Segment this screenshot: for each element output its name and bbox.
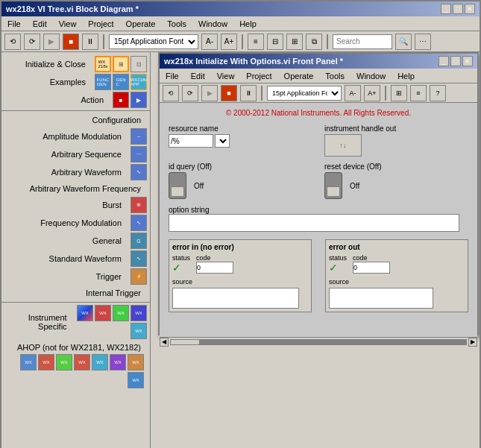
float-close[interactable]: ✕ <box>462 56 473 66</box>
icon-ahop-4[interactable]: WX <box>74 354 90 370</box>
hscroll-left[interactable]: ◀ <box>160 338 169 347</box>
toolbar-pause[interactable]: ⏸ <box>82 34 98 50</box>
toolbar-stop[interactable]: ■ <box>63 34 79 50</box>
resource-name-dropdown[interactable] <box>215 134 230 148</box>
toolbar-font-size-down[interactable]: A- <box>201 34 218 50</box>
icon-ahop-6[interactable]: WX <box>110 354 126 370</box>
icon-freq-mod[interactable]: ∿ <box>131 215 147 231</box>
toolbar-distribute[interactable]: ⊟ <box>267 34 283 50</box>
toolbar-run[interactable]: ▶ <box>43 34 60 50</box>
float-tb-4[interactable]: A+ <box>364 85 380 101</box>
sidebar-item-int-trigger[interactable]: Internal Trigger <box>80 286 147 300</box>
menu-tools[interactable]: Tools <box>164 19 189 29</box>
error-out-code-input[interactable] <box>353 262 390 274</box>
sidebar-item-arb-seq[interactable]: Arbitrary Sequence <box>45 148 128 161</box>
float-font-select[interactable]: 15pt Application Font <box>267 86 342 101</box>
icon-instrument-1[interactable]: WX <box>77 305 93 321</box>
icon-initialize-1[interactable]: WX218x <box>95 56 111 72</box>
icon-ahop-8[interactable]: WX <box>128 372 144 388</box>
menu-project[interactable]: Project <box>85 19 116 29</box>
icon-action-2[interactable]: ▶ <box>131 92 147 108</box>
icon-instrument-4[interactable]: WX <box>131 305 147 321</box>
icon-initialize-3[interactable]: ⊡ <box>131 56 147 72</box>
float-menu-window[interactable]: Window <box>353 71 389 81</box>
sidebar-item-arb-freq[interactable]: Arbitrary Waveform Frequency <box>24 182 147 195</box>
error-out-source-area[interactable] <box>329 288 433 309</box>
menu-view[interactable]: View <box>56 19 80 29</box>
sidebar-item-ahop[interactable]: AHOP (not for WX2181, WX2182) <box>11 341 147 354</box>
sidebar-item-instrument[interactable]: Instrument Specific <box>4 311 73 333</box>
icon-std-wave[interactable]: ∿ <box>131 250 147 267</box>
float-minimize[interactable]: _ <box>438 56 449 66</box>
sidebar-item-burst[interactable]: Burst <box>96 198 128 212</box>
float-tb-5[interactable]: ⊞ <box>391 85 407 101</box>
sidebar-item-general[interactable]: General <box>87 234 128 247</box>
float-menu-edit[interactable]: Edit <box>188 71 208 81</box>
toolbar-resize[interactable]: ⊞ <box>286 34 303 50</box>
float-tb-stop[interactable]: ■ <box>221 85 237 101</box>
toolbar-btn-1[interactable]: ⟲ <box>4 34 21 50</box>
menu-window[interactable]: Window <box>195 19 230 29</box>
float-menu-help[interactable]: Help <box>394 71 418 81</box>
icon-instrument-3[interactable]: WX <box>113 305 129 321</box>
sidebar-item-initialize[interactable]: Initialize & Close <box>19 57 92 71</box>
sidebar-item-freq-mod[interactable]: Frequency Modulation <box>34 216 128 230</box>
float-menu-operate[interactable]: Operate <box>281 71 317 81</box>
icon-examples-1[interactable]: FUNCGEN <box>95 74 111 90</box>
sidebar-item-configuration[interactable]: Configuration <box>87 113 147 127</box>
icon-ahop-2[interactable]: WX <box>38 354 54 370</box>
icon-burst[interactable]: ⊕ <box>131 197 147 213</box>
float-tb-1[interactable]: ⟲ <box>163 85 179 101</box>
menu-operate[interactable]: Operate <box>123 19 159 29</box>
float-maximize[interactable]: □ <box>450 56 461 66</box>
icon-general[interactable]: G <box>131 233 147 249</box>
toolbar-extra[interactable]: ⋯ <box>415 34 431 50</box>
icon-action-1[interactable]: ■ <box>113 92 129 108</box>
menu-file[interactable]: File <box>4 19 24 29</box>
icon-examples-3[interactable]: WX218xAPP <box>131 74 147 90</box>
float-tb-pause[interactable]: ⏸ <box>240 85 257 101</box>
sidebar-item-arb-wave[interactable]: Arbitrary Waveform <box>45 165 128 179</box>
float-hscroll[interactable]: ◀ ▶ <box>160 337 477 346</box>
hscroll-right[interactable]: ▶ <box>468 338 477 347</box>
reset-device-toggle[interactable] <box>324 172 342 199</box>
sidebar-item-amplitude[interactable]: Amplitude Modulation <box>37 130 128 143</box>
sidebar-item-action[interactable]: Action <box>75 93 110 107</box>
icon-instrument-5[interactable]: WX <box>131 323 147 339</box>
icon-initialize-2[interactable]: ⊞ <box>113 56 129 72</box>
float-tb-run[interactable]: ▶ <box>201 85 218 101</box>
icon-examples-2[interactable]: GENC <box>113 74 129 90</box>
icon-arb-wave[interactable]: ∿ <box>131 164 147 180</box>
error-in-source-area[interactable] <box>172 288 299 309</box>
icon-trigger[interactable]: ⚡ <box>131 268 147 285</box>
sidebar-item-trigger[interactable]: Trigger <box>90 270 128 283</box>
float-tb-2[interactable]: ⟳ <box>182 85 198 101</box>
hscroll-track[interactable] <box>170 339 467 345</box>
float-menu-project[interactable]: Project <box>243 71 274 81</box>
toolbar-reorder[interactable]: ⧉ <box>306 34 322 50</box>
toolbar-font-size-up[interactable]: A+ <box>221 34 237 50</box>
id-query-toggle[interactable] <box>169 172 186 199</box>
icon-ahop-1[interactable]: WX <box>20 354 37 370</box>
close-button[interactable]: ✕ <box>465 4 475 14</box>
minimize-button[interactable]: _ <box>441 4 451 14</box>
toolbar-btn-2[interactable]: ⟳ <box>24 34 40 50</box>
icon-ahop-5[interactable]: WX <box>92 354 108 370</box>
float-tb-6[interactable]: ≡ <box>410 85 427 101</box>
maximize-button[interactable]: □ <box>453 4 463 14</box>
icon-arb-seq[interactable]: ⋯ <box>131 146 147 163</box>
float-tb-7[interactable]: ? <box>430 85 446 101</box>
search-button[interactable]: 🔍 <box>395 34 412 50</box>
icon-instrument-2[interactable]: WX <box>95 305 111 321</box>
icon-amplitude[interactable]: ~ <box>131 128 147 145</box>
float-tb-3[interactable]: A- <box>345 85 361 101</box>
icon-ahop-3[interactable]: WX <box>56 354 72 370</box>
sidebar-item-std-wave[interactable]: Standard Waveform <box>43 252 128 265</box>
font-selector[interactable]: 15pt Application Font <box>109 34 198 49</box>
hscroll-thumb[interactable] <box>170 339 200 345</box>
toolbar-align[interactable]: ≡ <box>248 34 264 50</box>
sidebar-item-examples[interactable]: Examples <box>44 75 92 89</box>
float-menu-tools[interactable]: Tools <box>322 71 348 81</box>
menu-help[interactable]: Help <box>236 19 260 29</box>
search-input[interactable] <box>333 34 392 49</box>
